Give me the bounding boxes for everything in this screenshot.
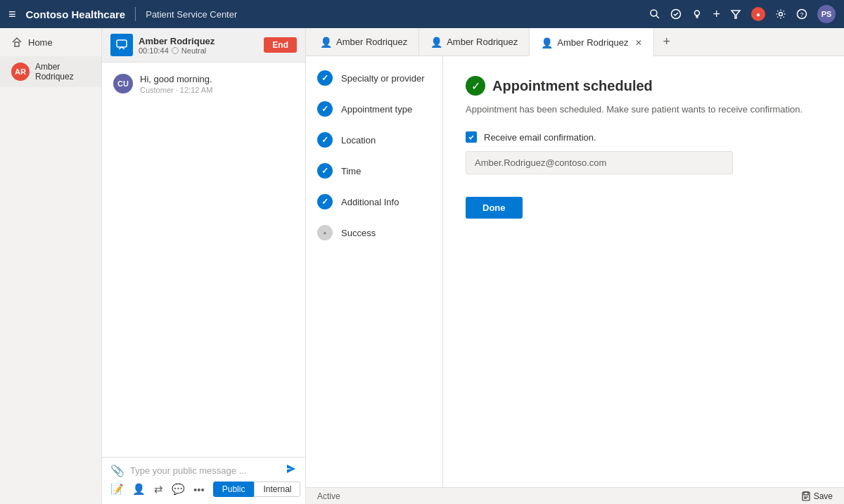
tab-label-1: Amber Rodriquez	[336, 37, 407, 47]
tab-person-icon-3: 👤	[541, 37, 553, 49]
done-button[interactable]: Done	[466, 197, 523, 219]
public-toggle-button[interactable]: Public	[213, 482, 255, 497]
brand-divider	[135, 7, 136, 21]
chat-mood: Neutral	[181, 46, 206, 55]
step-success[interactable]: ● Success	[317, 225, 431, 240]
check-circle-icon[interactable]	[670, 8, 682, 20]
save-label: Save	[814, 491, 833, 501]
save-button[interactable]: Save	[801, 491, 833, 501]
step-additional-info[interactable]: ✓ Additional Info	[317, 194, 431, 209]
chat-input-area: 📎 📝 👤 ⇄ 💬 ••• Public Internal	[102, 457, 305, 504]
appointment-header: ✓ Appointment scheduled	[466, 76, 821, 96]
sidebar-item-home[interactable]: Home	[0, 28, 101, 56]
step-appointment-type[interactable]: ✓ Appointment type	[317, 101, 431, 117]
topbar-icons: + ● ? PS	[649, 5, 836, 23]
svg-point-0	[651, 10, 657, 16]
toolbar-person-icon[interactable]: 👤	[132, 483, 146, 496]
agent-name: Amber Rodriquez	[35, 62, 90, 82]
sidebar: Home AR Amber Rodriquez	[0, 28, 102, 504]
svg-point-3	[695, 11, 700, 15]
bulb-icon[interactable]	[691, 8, 703, 20]
chat-toolbar: 📝 👤 ⇄ 💬 ••• Public Internal	[110, 477, 297, 498]
home-icon	[11, 37, 23, 48]
step-dot-6: ●	[324, 230, 327, 236]
chat-messages: CU Hi, good morning. Customer · 12:12 AM	[102, 63, 305, 457]
chat-input-row: 📎	[110, 463, 297, 477]
step-checkmark-1: ✓	[321, 73, 328, 83]
chat-timer: 00:10:44	[139, 46, 169, 55]
tab-person-icon-1: 👤	[320, 37, 332, 48]
internal-toggle-button[interactable]: Internal	[254, 482, 300, 497]
toolbar-transfer-icon[interactable]: ⇄	[154, 483, 163, 496]
chat-timer-status: 00:10:44 Neutral	[139, 46, 258, 55]
filter-icon[interactable]	[730, 8, 741, 20]
chat-message-content: Hi, good morning. Customer · 12:12 AM	[140, 74, 212, 94]
plus-icon[interactable]: +	[712, 7, 720, 22]
appointment-subtitle: Appointment has been scheduled. Make sur…	[466, 104, 821, 115]
chat-message-meta: Customer · 12:12 AM	[140, 86, 212, 94]
email-confirmation-row[interactable]: Receive email confirmation.	[466, 131, 821, 143]
tab-person-icon-2: 👤	[430, 37, 442, 48]
svg-text:?: ?	[800, 11, 804, 18]
tab-amber-2[interactable]: 👤 Amber Rodriquez	[419, 28, 530, 56]
step-icon-time: ✓	[317, 163, 333, 179]
tab-amber-3[interactable]: 👤 Amber Rodriquez ✕	[530, 28, 654, 56]
tab-close-icon[interactable]: ✕	[635, 38, 642, 48]
svg-rect-14	[804, 492, 808, 495]
step-label-success: Success	[341, 228, 376, 238]
chat-input[interactable]	[130, 465, 280, 476]
content-area: ✓ Specialty or provider ✓ Appointment ty…	[306, 56, 844, 487]
app-subtitle: Patient Service Center	[146, 9, 237, 20]
main-layout: Home AR Amber Rodriquez Amber Rodriquez …	[0, 28, 844, 504]
toolbar-chat-icon[interactable]: 💬	[172, 483, 185, 496]
main-content: ✓ Appointment scheduled Appointment has …	[443, 56, 844, 487]
toolbar-more-icon[interactable]: •••	[193, 484, 205, 496]
checkbox-checked-icon[interactable]	[466, 131, 477, 143]
right-panel: 👤 Amber Rodriquez 👤 Amber Rodriquez 👤 Am…	[306, 28, 844, 504]
appointment-title: Appointment scheduled	[492, 78, 653, 94]
customer-avatar: CU	[113, 74, 133, 93]
search-icon[interactable]	[649, 8, 660, 20]
step-icon-additional: ✓	[317, 194, 333, 209]
steps-panel: ✓ Specialty or provider ✓ Appointment ty…	[306, 56, 443, 487]
step-label-appointment: Appointment type	[341, 104, 412, 115]
user-avatar[interactable]: PS	[817, 5, 836, 23]
svg-point-8	[779, 13, 783, 16]
chat-message-item: CU Hi, good morning. Customer · 12:12 AM	[113, 74, 294, 94]
email-display: Amber.Rodriguez@contoso.com	[466, 151, 733, 174]
step-icon-appointment: ✓	[317, 101, 333, 117]
tab-label-2: Amber Rodriquez	[447, 37, 518, 47]
chat-panel: Amber Rodriquez 00:10:44 Neutral End CU …	[102, 28, 306, 504]
settings-icon[interactable]	[775, 8, 786, 20]
step-label-time: Time	[341, 166, 361, 176]
step-icon-success: ●	[317, 225, 333, 240]
status-bar: Active Save	[306, 487, 844, 504]
chat-header-info: Amber Rodriquez 00:10:44 Neutral	[139, 36, 258, 55]
brand: Contoso Healthcare Patient Service Cente…	[26, 7, 238, 21]
chat-agent-name: Amber Rodriquez	[139, 36, 258, 46]
step-checkmark-2: ✓	[321, 104, 328, 114]
toolbar-notes-icon[interactable]: 📝	[110, 483, 124, 496]
step-specialty[interactable]: ✓ Specialty or provider	[317, 70, 431, 86]
step-time[interactable]: ✓ Time	[317, 163, 431, 179]
chat-message-text: Hi, good morning.	[140, 74, 212, 84]
add-tab-button[interactable]: +	[654, 34, 679, 49]
svg-rect-12	[117, 40, 127, 47]
step-label-additional: Additional Info	[341, 197, 399, 207]
end-call-button[interactable]: End	[264, 37, 297, 53]
status-label: Active	[317, 491, 340, 501]
chat-header-avatar-icon	[110, 34, 133, 56]
notification-badge[interactable]: ●	[751, 7, 765, 21]
send-button[interactable]	[286, 463, 297, 477]
tabs-bar: 👤 Amber Rodriquez 👤 Amber Rodriquez 👤 Am…	[306, 28, 844, 56]
help-icon[interactable]: ?	[796, 8, 807, 20]
attach-icon[interactable]: 📎	[110, 464, 124, 477]
hamburger-icon[interactable]: ≡	[8, 7, 16, 22]
app-logo: Contoso Healthcare	[26, 8, 126, 20]
tab-amber-1[interactable]: 👤 Amber Rodriquez	[309, 28, 419, 56]
step-location[interactable]: ✓ Location	[317, 132, 431, 148]
agent-avatar: AR	[11, 63, 30, 81]
step-checkmark-4: ✓	[321, 166, 328, 176]
step-icon-specialty: ✓	[317, 70, 333, 86]
sidebar-agent[interactable]: AR Amber Rodriquez	[0, 56, 101, 87]
